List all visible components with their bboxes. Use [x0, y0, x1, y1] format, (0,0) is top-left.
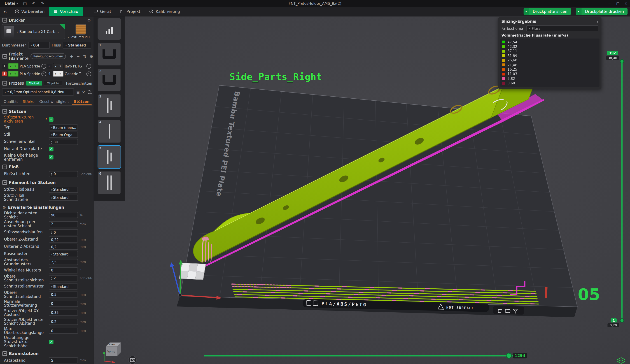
setting-select[interactable]: ▾Baum Orga...	[49, 132, 78, 138]
layer-slider-bottom-handle[interactable]	[620, 319, 624, 322]
add-filament-icon[interactable]: +	[70, 54, 73, 58]
setting-input[interactable]: 2,5	[49, 259, 78, 265]
checkbox-remove-small-overhangs[interactable]: ✓	[49, 155, 54, 160]
edit-icon[interactable]: ✎	[14, 72, 16, 75]
checkbox-enable-supports[interactable]: ✓	[49, 117, 54, 122]
chevron-down-icon[interactable]: ▾	[576, 8, 582, 15]
filament-slot-3[interactable]: 3 ▾✎ PLA Sparkle	[2, 70, 46, 78]
object-name-label[interactable]: Side_Parts_Right	[230, 71, 322, 82]
tab-vorschau[interactable]: Vorschau	[49, 7, 83, 16]
setting-input[interactable]: 0,5	[49, 292, 78, 298]
plate-thumbnail-2[interactable]: 2	[98, 69, 120, 91]
home-icon[interactable]: ⌂	[0, 7, 10, 16]
setting-select[interactable]: ▾Baum (man...	[49, 125, 78, 131]
save-preset-icon[interactable]: ⊞	[76, 90, 80, 94]
redo-icon[interactable]: ↷	[41, 1, 44, 6]
setting-spinner[interactable]: ▴▾0	[49, 229, 78, 235]
tab-vorbereiten[interactable]: Vorbereiten	[10, 7, 49, 16]
scope-objects-button[interactable]: Objekte	[44, 81, 62, 86]
setting-input[interactable]: 0	[49, 328, 78, 334]
edit-icon[interactable]: ✎	[14, 64, 16, 67]
setting-input[interactable]: 0,22	[49, 237, 78, 243]
minimize-button[interactable]: —	[606, 0, 614, 7]
flow-select[interactable]: ▾Standard	[63, 42, 91, 48]
collapse-icon[interactable]: ▴	[597, 20, 598, 23]
tab-stuetzen[interactable]: Stützen	[72, 98, 92, 105]
checkbox-on-build-plate-only[interactable]: ✓	[49, 147, 54, 151]
nozzle-diameter-select[interactable]: ▾0.4	[28, 42, 50, 48]
view-cube[interactable]: Oben Vorne	[101, 338, 127, 363]
filament-remove-icon[interactable]	[86, 71, 91, 76]
remove-filament-icon[interactable]: −	[76, 54, 80, 58]
layers-icon[interactable]	[618, 358, 625, 364]
filament-slot-4[interactable]: 4 ▾✎ Generic TPU	[46, 70, 92, 78]
setting-select[interactable]: ▾Standard	[49, 251, 78, 257]
setting-input[interactable]: 0,35	[49, 310, 78, 316]
tab-staerke[interactable]: Stärke	[21, 98, 36, 105]
print-plate-button[interactable]: ▾ Druckplatte drucken	[576, 8, 628, 15]
plate-thumbnail-1[interactable]: 1	[98, 43, 120, 65]
tab-geschwindigkeit[interactable]: Geschwindigkeit	[37, 98, 71, 105]
scope-global-button[interactable]: Global	[26, 81, 42, 85]
viewport-3d[interactable]: Bambu Textured PEI Plate	[94, 16, 630, 364]
plate-thumbnail-6[interactable]: 6	[98, 171, 120, 194]
undo-icon[interactable]: ↶	[32, 1, 36, 6]
plate-thumbnail-4[interactable]: 4	[98, 120, 120, 143]
reset-icon[interactable]: ↺	[44, 117, 48, 121]
checkbox-independent-support-layer-height[interactable]: ✓	[49, 340, 54, 344]
clear-icon[interactable]: ✕	[82, 90, 85, 94]
color-scheme-select[interactable]: ▾ Fluss	[526, 25, 598, 31]
setting-input[interactable]: 90	[49, 212, 78, 218]
slice-plate-button[interactable]: ▾ Druckplatte slicen	[524, 8, 571, 15]
purge-volume-button[interactable]: Reinigungsvolumen	[30, 53, 66, 59]
window-icon[interactable]: ▢	[23, 1, 27, 6]
setting-input[interactable]: 0,2	[49, 319, 78, 325]
sync-ams-icon[interactable]: ⇅	[83, 54, 86, 58]
layer-slider[interactable]: 192 38,40 1 0,20	[606, 51, 625, 363]
filament-color-swatch[interactable]: ▾✎	[53, 63, 64, 69]
tab-qualitaet[interactable]: Qualität	[2, 98, 20, 105]
setting-input[interactable]: 0	[49, 267, 78, 273]
layer-slider-top-handle[interactable]	[620, 59, 624, 63]
edit-icon[interactable]: ✎	[60, 64, 62, 67]
setting-select[interactable]: ▾Standard	[49, 195, 78, 201]
maximize-button[interactable]: □	[614, 0, 622, 7]
close-button[interactable]: ✕	[622, 0, 630, 7]
view-cube-top-label[interactable]: Oben	[108, 343, 115, 346]
setting-input[interactable]: 5	[49, 358, 78, 364]
setting-spinner[interactable]: ▴▾2	[49, 275, 78, 281]
setting-select[interactable]: ▾Standard	[49, 284, 78, 290]
process-preset-select[interactable]: ▾ * 0,2mm Optimal schnell 0,8 Neu	[2, 88, 74, 95]
step-slider[interactable]: 1294	[204, 353, 527, 359]
printer-gear-icon[interactable]: ⚙	[87, 18, 91, 22]
search-icon[interactable]	[88, 90, 91, 94]
setting-input[interactable]: 0	[49, 301, 78, 307]
screenshot-button[interactable]	[128, 356, 136, 364]
printer-selector[interactable]: ▾ Bambu Lab X1 Carb...	[2, 24, 65, 39]
filament-color-swatch[interactable]: ▾✎	[8, 63, 18, 69]
plate-thumbnail-3[interactable]: 3	[98, 94, 120, 117]
filament-slot-1[interactable]: 1 ▾✎ PLA Sparkle	[2, 62, 46, 70]
filament-gear-icon[interactable]: ⚙	[90, 54, 93, 58]
file-menu[interactable]: Datei ▾	[5, 1, 18, 6]
plate-type-selector[interactable]: ▾ Textured PEI ...	[68, 24, 94, 39]
filament-color-swatch[interactable]: ▾✎	[8, 71, 18, 77]
filament-slot-2[interactable]: 2 ▾✎ Jayo PETG	[46, 62, 92, 70]
setting-spinner[interactable]: ▴▾30	[49, 139, 78, 145]
setting-select[interactable]: ▾Standard	[49, 186, 78, 193]
edit-icon[interactable]: ✎	[60, 72, 62, 75]
filament-remove-icon[interactable]	[41, 71, 46, 76]
view-cube-front-label[interactable]: Vorne	[107, 350, 116, 353]
setting-input[interactable]: 0,2	[49, 244, 78, 250]
tab-geraet[interactable]: Gerät	[89, 7, 116, 16]
setting-input[interactable]: 2	[49, 221, 78, 227]
chevron-down-icon[interactable]: ▾	[524, 8, 529, 15]
filament-remove-icon[interactable]	[41, 64, 46, 68]
statistics-button[interactable]	[98, 18, 121, 40]
filament-remove-icon[interactable]	[86, 64, 91, 68]
filament-color-swatch[interactable]: ▾✎	[53, 71, 64, 77]
tab-projekt[interactable]: Projekt	[116, 7, 145, 16]
plate-thumbnail-5-selected[interactable]: 5	[98, 146, 120, 168]
wipe-tower[interactable]	[179, 263, 206, 280]
setting-spinner[interactable]: ▴▾0	[49, 171, 78, 177]
